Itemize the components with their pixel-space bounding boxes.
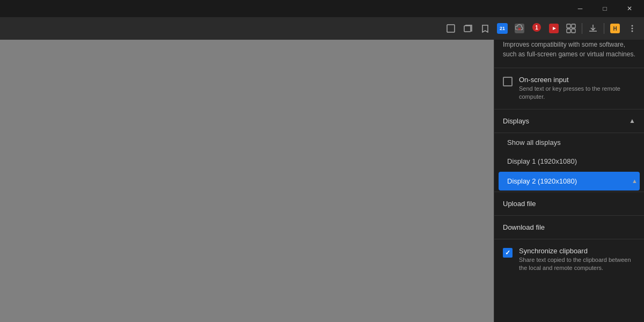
on-screen-input-row: On-screen input Send text or key presses… bbox=[494, 68, 644, 109]
toolbar-separator-2 bbox=[604, 23, 604, 34]
new-window-icon[interactable] bbox=[460, 21, 475, 36]
title-bar-controls: ─ □ ✕ bbox=[568, 0, 642, 17]
display-option-display2[interactable]: Display 2 (1920x1080) bbox=[499, 172, 640, 191]
download-file-link[interactable]: Download file bbox=[494, 216, 644, 239]
ext-calendar-icon[interactable]: 21 bbox=[495, 21, 510, 36]
main-content: Improves compatibility with some softwar… bbox=[0, 40, 644, 322]
ext-youtube-icon[interactable] bbox=[546, 21, 561, 36]
display-option-show-all[interactable]: Show all displays bbox=[494, 133, 644, 152]
on-screen-input-title: On-screen input bbox=[519, 76, 635, 84]
maximize-button[interactable]: □ bbox=[592, 0, 617, 17]
sync-clipboard-title: Synchronize clipboard bbox=[519, 247, 635, 255]
svg-rect-0 bbox=[447, 25, 455, 32]
on-screen-input-checkbox[interactable] bbox=[503, 77, 513, 86]
svg-rect-1 bbox=[464, 26, 471, 32]
checkbox-check-icon: ✓ bbox=[505, 249, 510, 257]
compat-description: Improves compatibility with some softwar… bbox=[494, 40, 644, 68]
sync-clipboard-text: Synchronize clipboard Share text copied … bbox=[519, 247, 635, 273]
new-tab-icon[interactable] bbox=[443, 21, 458, 36]
side-panel: Improves compatibility with some softwar… bbox=[494, 40, 644, 322]
displays-chevron-icon: ▲ bbox=[629, 117, 635, 125]
display-option-display1[interactable]: Display 1 (1920x1080) bbox=[494, 152, 644, 171]
upload-file-link[interactable]: Upload file bbox=[494, 192, 644, 216]
ext-puzzle-icon[interactable] bbox=[564, 21, 579, 36]
ext-download-icon[interactable] bbox=[586, 21, 601, 36]
ext-badge-red-icon[interactable]: 1 bbox=[529, 21, 544, 36]
display-options-list: Show all displays Display 1 (1920x1080) … bbox=[494, 133, 644, 192]
title-bar: ─ □ ✕ bbox=[0, 0, 644, 17]
sync-clipboard-desc: Share text copied to the clipboard betwe… bbox=[519, 256, 635, 273]
bookmark-icon[interactable] bbox=[478, 21, 493, 36]
svg-point-14 bbox=[632, 31, 633, 32]
sync-clipboard-checkbox-wrapper[interactable]: ✓ bbox=[503, 248, 513, 258]
display-option-display2-row: Display 2 (1920x1080) ▲ bbox=[494, 171, 644, 192]
more-menu-icon[interactable] bbox=[625, 21, 640, 36]
displays-section-header[interactable]: Displays ▲ bbox=[494, 109, 644, 133]
close-button[interactable]: ✕ bbox=[617, 0, 642, 17]
on-screen-input-desc: Send text or key presses to the remote c… bbox=[519, 85, 635, 101]
svg-point-12 bbox=[632, 25, 633, 27]
on-screen-input-checkbox-wrapper[interactable] bbox=[503, 77, 513, 86]
side-panel-scroll[interactable]: Improves compatibility with some softwar… bbox=[494, 40, 644, 322]
svg-rect-9 bbox=[572, 24, 575, 28]
on-screen-input-text: On-screen input Send text or key presses… bbox=[519, 76, 635, 101]
displays-section-title: Displays bbox=[503, 117, 529, 125]
svg-rect-11 bbox=[572, 29, 575, 33]
svg-point-13 bbox=[632, 28, 633, 30]
display2-chevron-icon: ▲ bbox=[632, 178, 638, 184]
svg-rect-10 bbox=[567, 29, 570, 33]
minimize-button[interactable]: ─ bbox=[568, 0, 592, 17]
svg-rect-8 bbox=[567, 24, 570, 28]
browser-toolbar: 21 1 bbox=[0, 17, 644, 40]
ext-cloud-icon[interactable] bbox=[512, 21, 527, 36]
remote-desktop-area bbox=[0, 40, 494, 322]
toolbar-separator bbox=[582, 23, 582, 34]
svg-text:1: 1 bbox=[535, 25, 538, 31]
ext-honey-icon[interactable]: H bbox=[608, 21, 623, 36]
sync-clipboard-checkbox[interactable]: ✓ bbox=[503, 248, 513, 258]
sync-clipboard-row: ✓ Synchronize clipboard Share text copie… bbox=[494, 239, 644, 280]
